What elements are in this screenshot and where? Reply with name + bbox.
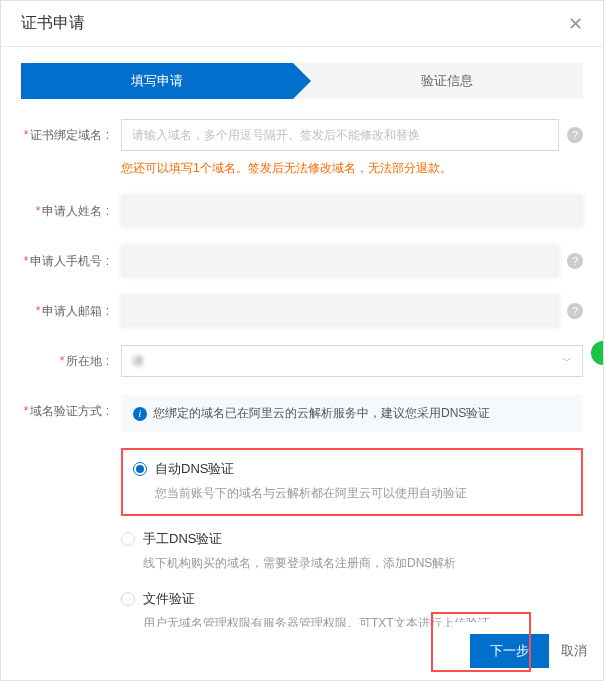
help-icon[interactable]: ? bbox=[567, 127, 583, 143]
modal-certificate-apply: 证书申请 ✕ 填写申请 验证信息 *证书绑定域名 : 您还可以填写1个域名。签发… bbox=[0, 0, 604, 681]
modal-header: 证书申请 ✕ bbox=[1, 1, 603, 47]
cancel-button[interactable]: 取消 bbox=[561, 642, 587, 660]
modal-title: 证书申请 bbox=[21, 13, 85, 34]
input-domain[interactable] bbox=[121, 119, 559, 151]
label-email: *申请人邮箱 : bbox=[21, 295, 121, 327]
label-name: *申请人姓名 : bbox=[21, 195, 121, 227]
highlight-box: 自动DNS验证 您当前账号下的域名与云解析都在阿里云可以使用自动验证 bbox=[121, 448, 583, 516]
modal-content: 填写申请 验证信息 *证书绑定域名 : 您还可以填写1个域名。签发后无法修改域名… bbox=[1, 47, 603, 627]
domain-warning: 您还可以填写1个域名。签发后无法修改域名，无法部分退款。 bbox=[121, 159, 559, 177]
row-email: *申请人邮箱 : ? bbox=[21, 295, 583, 327]
radio-item-auto-dns[interactable]: 自动DNS验证 您当前账号下的域名与云解析都在阿里云可以使用自动验证 bbox=[133, 460, 571, 502]
row-verify: *域名验证方式 : i 您绑定的域名已在阿里云的云解析服务中，建议您采用DNS验… bbox=[21, 395, 583, 627]
input-phone[interactable] bbox=[121, 245, 559, 277]
label-domain: *证书绑定域名 : bbox=[21, 119, 121, 151]
step-bar: 填写申请 验证信息 bbox=[21, 63, 583, 99]
radio-icon bbox=[121, 592, 135, 606]
step-fill-apply: 填写申请 bbox=[21, 63, 293, 99]
verify-radio-group: 自动DNS验证 您当前账号下的域名与云解析都在阿里云可以使用自动验证 手工DNS… bbox=[121, 448, 583, 627]
label-phone: *申请人手机号 : bbox=[21, 245, 121, 277]
modal-footer: 下一步 取消 bbox=[454, 622, 603, 680]
radio-item-manual-dns[interactable]: 手工DNS验证 线下机构购买的域名，需要登录域名注册商，添加DNS解析 bbox=[121, 530, 583, 572]
help-icon[interactable]: ? bbox=[567, 253, 583, 269]
chevron-down-icon: ﹀ bbox=[562, 354, 572, 368]
label-verify: *域名验证方式 : bbox=[21, 395, 121, 427]
label-location: *所在地 : bbox=[21, 345, 121, 377]
verify-info: i 您绑定的域名已在阿里云的云解析服务中，建议您采用DNS验证 bbox=[121, 395, 583, 432]
row-location: *所在地 : 请 ﹀ bbox=[21, 345, 583, 377]
radio-icon bbox=[121, 532, 135, 546]
help-icon[interactable]: ? bbox=[567, 303, 583, 319]
row-name: *申请人姓名 : bbox=[21, 195, 583, 227]
input-name[interactable] bbox=[121, 195, 583, 227]
close-icon[interactable]: ✕ bbox=[568, 15, 583, 33]
row-domain: *证书绑定域名 : 您还可以填写1个域名。签发后无法修改域名，无法部分退款。 ? bbox=[21, 119, 583, 177]
input-email[interactable] bbox=[121, 295, 559, 327]
next-button[interactable]: 下一步 bbox=[470, 634, 549, 668]
step-verify-info[interactable]: 验证信息 bbox=[293, 63, 583, 99]
row-phone: *申请人手机号 : ? bbox=[21, 245, 583, 277]
radio-icon bbox=[133, 462, 147, 476]
select-location[interactable]: 请 ﹀ bbox=[121, 345, 583, 377]
info-icon: i bbox=[133, 407, 147, 421]
